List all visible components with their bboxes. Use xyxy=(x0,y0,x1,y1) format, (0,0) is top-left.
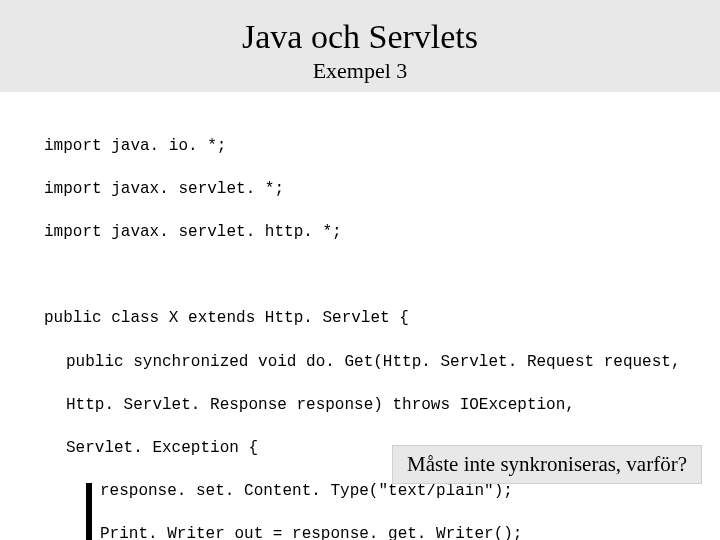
slide-title: Java och Servlets xyxy=(0,18,720,56)
code-line-method-sig-1: public synchronized void do. Get(Http. S… xyxy=(44,352,720,374)
code-line-body-1: response. set. Content. Type("text/plain… xyxy=(44,481,720,503)
slide-header: Java och Servlets Exempel 3 xyxy=(0,0,720,92)
slide-subtitle: Exempel 3 xyxy=(0,58,720,84)
code-line-body-2: Print. Writer out = response. get. Write… xyxy=(44,524,720,540)
code-line-import-3: import javax. servlet. http. *; xyxy=(44,222,720,244)
code-line-blank xyxy=(44,265,720,287)
code-line-method-sig-2: Http. Servlet. Response response) throws… xyxy=(44,395,720,417)
code-line-import-1: import java. io. *; xyxy=(44,136,720,158)
vertical-bar-icon xyxy=(86,483,92,540)
callout-box: Måste inte synkroniseras, varför? xyxy=(392,445,702,484)
callout-text: Måste inte synkroniseras, varför? xyxy=(407,452,687,476)
code-line-class-decl: public class X extends Http. Servlet { xyxy=(44,308,720,330)
highlighted-code-group: response. set. Content. Type("text/plain… xyxy=(44,481,720,540)
code-line-import-2: import javax. servlet. *; xyxy=(44,179,720,201)
